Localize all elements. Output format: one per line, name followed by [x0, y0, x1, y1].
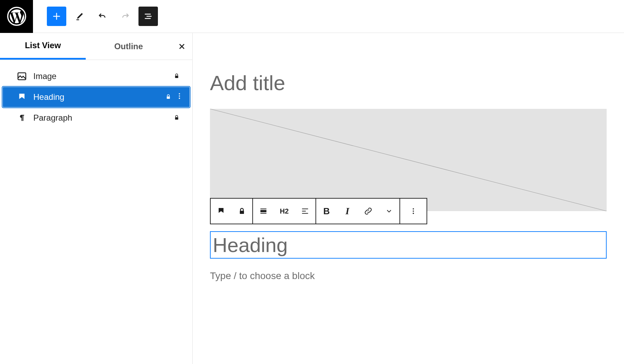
heading-level-button[interactable]: H2 [274, 199, 295, 224]
lock-button[interactable] [231, 199, 252, 224]
more-rich-text-button[interactable] [379, 199, 399, 224]
svg-point-4 [179, 93, 180, 95]
block-item-label: Image [33, 71, 174, 81]
bold-button[interactable]: B [316, 199, 337, 224]
undo-icon [97, 11, 108, 21]
wordpress-logo[interactable] [0, 0, 33, 33]
wordpress-icon [7, 7, 26, 26]
post-title-input[interactable]: Add title [210, 71, 607, 95]
close-icon [177, 42, 186, 51]
heading-block-input[interactable]: Heading [210, 231, 607, 259]
svg-point-10 [413, 208, 414, 210]
svg-line-8 [210, 109, 607, 211]
add-block-button[interactable] [47, 7, 66, 26]
svg-point-6 [179, 98, 180, 99]
italic-button[interactable]: I [337, 199, 358, 224]
link-icon [364, 207, 373, 216]
lock-icon [174, 113, 180, 123]
image-block-placeholder[interactable] [210, 109, 607, 211]
text-align-icon [301, 207, 310, 216]
block-options-button[interactable] [400, 199, 427, 224]
top-toolbar [0, 0, 624, 33]
svg-rect-9 [240, 211, 244, 214]
document-overview-button[interactable] [138, 7, 158, 26]
paragraph-block-placeholder[interactable]: Type / to choose a block [210, 270, 607, 281]
editor-canvas: Add title H2 [193, 33, 624, 364]
tools-button[interactable] [70, 7, 89, 26]
block-item-image[interactable]: Image [3, 66, 189, 86]
toolbar-buttons [33, 7, 158, 26]
svg-point-12 [413, 213, 414, 214]
heading-block-icon [17, 92, 27, 102]
block-item-label: Heading [33, 92, 165, 102]
plus-icon [51, 11, 62, 21]
align-button[interactable] [253, 199, 274, 224]
undo-button[interactable] [93, 7, 112, 26]
sidebar-tabs: List View Outline [0, 33, 192, 60]
svg-rect-2 [175, 76, 178, 78]
list-view-icon [143, 11, 153, 21]
block-item-paragraph[interactable]: Paragraph [3, 108, 189, 128]
redo-button[interactable] [116, 7, 135, 26]
align-icon [259, 207, 268, 216]
more-vertical-icon [410, 207, 417, 215]
block-item-label: Paragraph [33, 113, 174, 123]
pencil-icon [74, 11, 85, 21]
block-item-heading[interactable]: Heading [3, 87, 189, 107]
svg-point-5 [179, 95, 180, 97]
block-toolbar: H2 B I [210, 198, 427, 224]
tab-outline[interactable]: Outline [86, 33, 171, 60]
svg-point-11 [413, 210, 414, 212]
paragraph-block-icon [17, 113, 27, 123]
block-list: Image Heading [0, 60, 192, 129]
redo-icon [120, 11, 130, 21]
svg-rect-7 [175, 117, 178, 120]
chevron-down-icon [385, 207, 393, 215]
tab-list-view[interactable]: List View [0, 33, 86, 60]
block-type-button[interactable] [211, 199, 231, 224]
main-layout: List View Outline Image [0, 33, 624, 364]
block-options-button[interactable] [176, 92, 184, 102]
image-block-icon [17, 71, 27, 81]
lock-icon [165, 92, 171, 102]
svg-rect-3 [167, 96, 170, 99]
lock-icon [238, 207, 246, 215]
heading-icon [217, 207, 225, 215]
text-align-button[interactable] [295, 199, 315, 224]
lock-icon [174, 71, 180, 81]
placeholder-bg-icon [210, 109, 607, 211]
link-button[interactable] [358, 199, 379, 224]
close-sidebar-button[interactable] [171, 42, 192, 51]
list-view-sidebar: List View Outline Image [0, 33, 193, 364]
